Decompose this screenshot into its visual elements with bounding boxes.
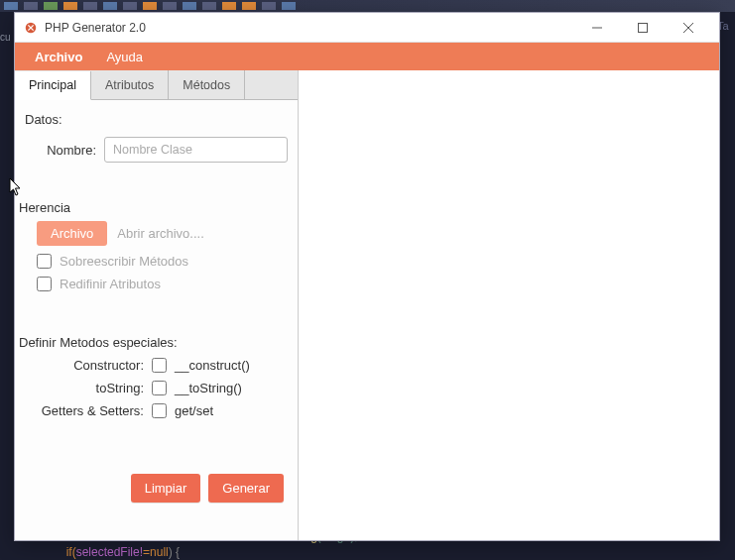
nombre-label: Nombre:: [25, 143, 104, 158]
minimize-button[interactable]: [574, 14, 620, 42]
menu-ayuda[interactable]: Ayuda: [94, 46, 155, 68]
tab-atributos[interactable]: Atributos: [91, 70, 169, 99]
constructor-value: __construct(): [175, 358, 250, 373]
ide-toolbar-background: [0, 0, 735, 12]
limpiar-button[interactable]: Limpiar: [131, 474, 201, 503]
tab-principal[interactable]: Principal: [15, 71, 91, 100]
close-icon: [683, 23, 693, 33]
archivo-button[interactable]: Archivo: [37, 221, 107, 246]
sobreescribir-label: Sobreescribir Métodos: [60, 254, 188, 269]
maximize-icon: [638, 23, 648, 33]
left-panel: Principal Atributos Métodos Datos: Nombr…: [15, 70, 299, 540]
getset-value: get/set: [175, 403, 213, 418]
menubar: Archivo Ayuda: [15, 43, 719, 70]
tostring-label: toString:: [25, 381, 152, 395]
constructor-checkbox[interactable]: [152, 358, 167, 373]
metodos-section-label: Definir Metodos especiales:: [19, 335, 288, 350]
window-title: PHP Generator 2.0: [45, 21, 574, 35]
minimize-icon: [592, 23, 602, 33]
redefinir-checkbox[interactable]: [37, 277, 52, 291]
generar-button[interactable]: Generar: [208, 474, 284, 503]
tostring-value: __toString(): [175, 381, 242, 395]
redefinir-label: Redifinir Atributos: [60, 277, 161, 291]
close-button[interactable]: [666, 14, 711, 42]
datos-section-label: Datos:: [25, 112, 288, 127]
herencia-section-label: Herencia: [19, 200, 288, 215]
abrir-archivo-label: Abrir archivo....: [117, 226, 203, 241]
tab-bar: Principal Atributos Métodos: [15, 70, 298, 100]
tab-metodos[interactable]: Métodos: [169, 70, 245, 99]
maximize-button[interactable]: [620, 14, 666, 42]
menu-archivo[interactable]: Archivo: [23, 46, 94, 68]
app-icon: [23, 20, 39, 36]
getset-checkbox[interactable]: [152, 403, 167, 418]
right-panel: [299, 70, 719, 540]
titlebar[interactable]: PHP Generator 2.0: [15, 13, 719, 43]
app-window: PHP Generator 2.0 Archivo Ayuda Principa…: [14, 12, 720, 541]
constructor-label: Constructor:: [25, 358, 152, 373]
tostring-checkbox[interactable]: [152, 381, 167, 395]
sobreescribir-checkbox[interactable]: [37, 254, 52, 269]
getset-label: Getters & Setters:: [25, 403, 152, 418]
svg-rect-2: [639, 23, 648, 32]
nombre-input[interactable]: [104, 137, 288, 163]
